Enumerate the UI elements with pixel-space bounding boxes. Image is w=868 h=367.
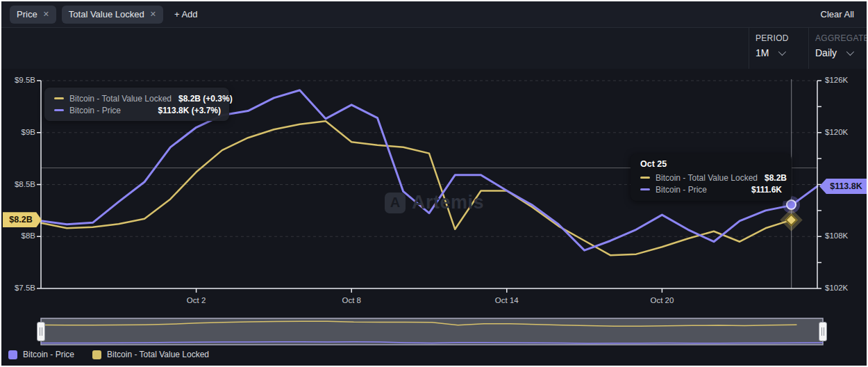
metric-chip-label: Total Value Locked xyxy=(69,9,144,19)
minimap-selection[interactable] xyxy=(41,318,823,345)
chevron-down-icon xyxy=(778,48,786,56)
clear-all-button[interactable]: Clear All xyxy=(817,8,858,20)
aggregate-value: Daily xyxy=(815,47,837,58)
tooltip-series-value: $8.2B xyxy=(765,173,787,183)
metric-chip-label: Price xyxy=(17,9,37,19)
y-axis-label-left: $8B xyxy=(1,231,35,240)
artemis-chart-app: Price✕Total Value Locked✕ + Add Clear Al… xyxy=(0,0,868,367)
minimap-tvl-line xyxy=(41,321,796,326)
hover-legend-tooltip: Bitcoin - Total Value Locked$8.2B (+0.3%… xyxy=(44,88,229,121)
metric-tag-bar: Price✕Total Value Locked✕ + Add Clear Al… xyxy=(1,1,867,28)
series-dash-icon xyxy=(640,177,650,179)
x-axis-label: Oct 20 xyxy=(650,296,674,304)
y-axis-label-right: $126K xyxy=(825,76,848,84)
tooltip-row: Bitcoin - Total Value Locked$8.2B (+0.3%… xyxy=(54,92,221,104)
legend-item[interactable]: Bitcoin - Total Value Locked xyxy=(92,350,209,359)
legend-item[interactable]: Bitcoin - Price xyxy=(8,350,74,359)
toolbar-divider xyxy=(749,28,749,69)
artemis-watermark: A Artemis xyxy=(385,192,484,213)
toolbar-divider xyxy=(808,28,809,69)
tooltip-series-name: Bitcoin - Total Value Locked xyxy=(656,173,758,183)
tooltip-series-name: Bitcoin - Total Value Locked xyxy=(69,94,172,104)
tooltip-date-title: Oct 25 xyxy=(640,159,782,169)
tooltip-row: Bitcoin - Price$111.6K xyxy=(640,184,782,195)
x-axis-label: Oct 2 xyxy=(187,296,206,304)
legend-swatch-icon xyxy=(92,350,101,359)
tooltip-row: Bitcoin - Price$113.8K (+3.7%) xyxy=(54,104,221,116)
series-dash-icon xyxy=(54,109,64,111)
y-axis-label-right: $120K xyxy=(825,128,848,136)
x-axis-label: Oct 8 xyxy=(342,296,360,304)
y-axis-label-left: $8.5B xyxy=(1,180,35,188)
tvl-current-value-badge: $8.2B xyxy=(3,212,42,227)
y-axis-label-right: $102K xyxy=(825,284,848,292)
period-dropdown[interactable]: PERIOD 1M xyxy=(756,33,789,58)
remove-chip-icon[interactable]: ✕ xyxy=(150,10,156,18)
aggregate-dropdown[interactable]: AGGREGATE Daily xyxy=(815,33,868,58)
period-value: 1M xyxy=(756,47,769,58)
series-dash-icon xyxy=(54,97,64,99)
minimap-left-handle[interactable] xyxy=(37,322,45,341)
tooltip-series-value: $111.6K xyxy=(751,185,782,195)
legend-label: Bitcoin - Total Value Locked xyxy=(107,350,209,359)
y-axis-label-right: $108K xyxy=(825,231,848,240)
price-current-value-badge: $113.8K xyxy=(819,179,868,194)
chart-legend: Bitcoin - PriceBitcoin - Total Value Loc… xyxy=(8,350,209,359)
date-tooltip: Oct 25 Bitcoin - Total Value Locked$8.2B… xyxy=(631,154,792,201)
watermark-text: Artemis xyxy=(412,192,484,213)
tooltip-series-name: Bitcoin - Price xyxy=(656,185,744,195)
tooltip-series-value: $113.8K (+3.7%) xyxy=(158,106,221,115)
add-metric-button[interactable]: + Add xyxy=(170,8,202,20)
chevron-down-icon xyxy=(846,48,854,56)
metric-chip[interactable]: Total Value Locked✕ xyxy=(62,6,163,24)
tooltip-series-name: Bitcoin - Price xyxy=(69,106,151,115)
y-axis-label-left: $7.5B xyxy=(1,284,35,292)
metric-chips: Price✕Total Value Locked✕ xyxy=(10,6,163,24)
tooltip-row: Bitcoin - Total Value Locked$8.2B xyxy=(640,172,782,184)
y-axis-label-left: $9.5B xyxy=(1,76,35,84)
minimap-right-handle[interactable] xyxy=(819,322,827,341)
legend-swatch-icon xyxy=(8,350,17,359)
series-dash-icon xyxy=(640,188,650,190)
artemis-logo-icon: A xyxy=(385,193,406,213)
chart-toolbar: PERIOD 1M AGGREGATE Daily xyxy=(1,28,867,70)
minimap-price-line xyxy=(41,342,823,343)
remove-chip-icon[interactable]: ✕ xyxy=(43,10,49,18)
legend-label: Bitcoin - Price xyxy=(23,350,74,359)
x-axis-label: Oct 14 xyxy=(495,296,519,304)
period-label: PERIOD xyxy=(756,33,789,43)
metric-chip[interactable]: Price✕ xyxy=(10,6,56,24)
aggregate-label: AGGREGATE xyxy=(815,33,868,43)
y-axis-label-left: $9B xyxy=(1,128,35,136)
tooltip-series-value: $8.2B (+0.3%) xyxy=(178,94,233,104)
